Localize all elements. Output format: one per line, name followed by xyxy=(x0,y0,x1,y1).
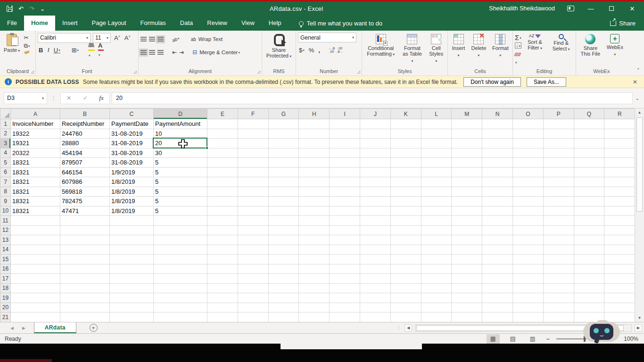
cell-L21[interactable] xyxy=(421,313,452,322)
column-header-D[interactable]: D xyxy=(154,109,207,119)
cell-B21[interactable] xyxy=(60,313,110,322)
cell-H11[interactable] xyxy=(299,216,330,226)
cell-J8[interactable] xyxy=(360,187,390,197)
cell-L2[interactable] xyxy=(421,129,452,139)
zoom-level[interactable]: 100% xyxy=(620,336,638,342)
cell-I2[interactable] xyxy=(330,129,360,139)
name-box-dropdown-icon[interactable]: ▾ xyxy=(42,96,44,100)
cell-D2[interactable]: 10 xyxy=(154,129,207,139)
cell-P12[interactable] xyxy=(543,225,574,235)
scroll-up-icon[interactable]: ▲ xyxy=(635,108,644,116)
cell-E3[interactable] xyxy=(207,139,238,148)
currency-icon[interactable]: $ xyxy=(298,47,305,54)
cell-Q11[interactable] xyxy=(574,216,604,226)
cell-O8[interactable] xyxy=(512,187,543,197)
row-header-1[interactable]: 1 xyxy=(0,119,11,129)
cell-K18[interactable] xyxy=(390,283,421,293)
align-left-icon[interactable] xyxy=(140,50,147,55)
tab-formulas[interactable]: Formulas xyxy=(133,16,173,31)
row-header-9[interactable]: 9 xyxy=(0,197,11,206)
cell-B14[interactable] xyxy=(60,245,110,255)
cell-O18[interactable] xyxy=(512,283,543,293)
cell-P5[interactable] xyxy=(543,158,574,168)
cell-P10[interactable] xyxy=(543,206,574,216)
cell-B19[interactable] xyxy=(60,293,110,303)
dont-show-again-button[interactable]: Don't show again xyxy=(463,77,521,87)
cell-L20[interactable] xyxy=(421,303,452,313)
save-icon[interactable] xyxy=(7,6,13,12)
cell-N16[interactable] xyxy=(482,264,513,274)
cell-K6[interactable] xyxy=(390,167,421,177)
enter-entry-icon[interactable]: ✓ xyxy=(83,95,88,101)
cell-K5[interactable] xyxy=(390,158,421,168)
cell-E21[interactable] xyxy=(207,313,238,322)
cell-O12[interactable] xyxy=(512,225,543,235)
signed-in-user[interactable]: Sheikhalith Sheikdawood xyxy=(489,5,555,12)
cell-G17[interactable] xyxy=(268,274,299,284)
cell-B3[interactable]: 28880 xyxy=(60,139,110,148)
cell-D21[interactable] xyxy=(154,313,207,322)
cell-K16[interactable] xyxy=(390,264,421,274)
cell-D12[interactable] xyxy=(154,225,207,235)
comma-icon[interactable]: , xyxy=(317,47,321,54)
merge-center-button[interactable]: Merge & Center xyxy=(199,49,240,55)
cell-F18[interactable] xyxy=(238,283,268,293)
cell-Q4[interactable] xyxy=(574,148,604,158)
cell-J15[interactable] xyxy=(360,255,390,264)
cell-D7[interactable]: 5 xyxy=(154,177,207,187)
cell-G20[interactable] xyxy=(268,303,299,313)
share-this-file-button[interactable]: Share This File xyxy=(578,33,603,58)
cell-R12[interactable] xyxy=(604,225,635,235)
cell-G21[interactable] xyxy=(268,313,299,322)
orientation-icon[interactable]: ab xyxy=(172,35,180,43)
cell-C8[interactable]: 1/8/2019 xyxy=(110,187,154,197)
cell-R9[interactable] xyxy=(604,197,635,206)
cell-F9[interactable] xyxy=(238,197,268,206)
cell-N6[interactable] xyxy=(482,167,513,177)
cell-J4[interactable] xyxy=(360,148,390,158)
cell-O2[interactable] xyxy=(512,129,543,139)
cell-K4[interactable] xyxy=(390,148,421,158)
cell-R14[interactable] xyxy=(604,245,635,255)
copy-icon[interactable]: ⧉ xyxy=(24,42,30,49)
cell-H6[interactable] xyxy=(299,167,330,177)
cell-O1[interactable] xyxy=(512,119,543,129)
cell-N12[interactable] xyxy=(482,225,513,235)
cell-F3[interactable] xyxy=(238,139,268,148)
cell-F19[interactable] xyxy=(238,293,268,303)
close-button[interactable]: ✕ xyxy=(628,5,636,12)
cell-G11[interactable] xyxy=(268,216,299,226)
cell-N5[interactable] xyxy=(482,158,513,168)
cell-Q16[interactable] xyxy=(574,264,604,274)
cell-C4[interactable]: 31-08-2019 xyxy=(110,148,154,158)
cell-R13[interactable] xyxy=(604,235,635,245)
cell-O21[interactable] xyxy=(512,313,543,322)
cell-C20[interactable] xyxy=(110,303,154,313)
cell-D8[interactable]: 5 xyxy=(154,187,207,197)
cell-I8[interactable] xyxy=(330,187,360,197)
cell-R17[interactable] xyxy=(604,274,635,284)
cell-B4[interactable]: 454194 xyxy=(60,148,110,158)
cell-G9[interactable] xyxy=(268,197,299,206)
row-header-15[interactable]: 15 xyxy=(0,255,11,264)
cell-G7[interactable] xyxy=(268,177,299,187)
cell-E19[interactable] xyxy=(207,293,238,303)
cell-A10[interactable]: 18321 xyxy=(11,206,60,216)
font-color-icon[interactable]: A xyxy=(97,42,105,58)
sheet-tab-ardata[interactable]: ARdata xyxy=(34,322,76,333)
select-all-corner[interactable] xyxy=(0,109,11,119)
cell-L8[interactable] xyxy=(421,187,452,197)
cell-K11[interactable] xyxy=(390,216,421,226)
cell-I9[interactable] xyxy=(330,197,360,206)
cell-R6[interactable] xyxy=(604,167,635,177)
cell-N14[interactable] xyxy=(482,245,513,255)
cell-O5[interactable] xyxy=(512,158,543,168)
cell-D11[interactable] xyxy=(154,216,207,226)
cell-A19[interactable] xyxy=(11,293,60,303)
cell-M2[interactable] xyxy=(452,129,482,139)
cell-G3[interactable] xyxy=(268,139,299,148)
cell-B10[interactable]: 47471 xyxy=(60,206,110,216)
row-header-16[interactable]: 16 xyxy=(0,264,11,274)
cell-M3[interactable] xyxy=(452,139,482,148)
row-header-11[interactable]: 11 xyxy=(0,216,11,226)
